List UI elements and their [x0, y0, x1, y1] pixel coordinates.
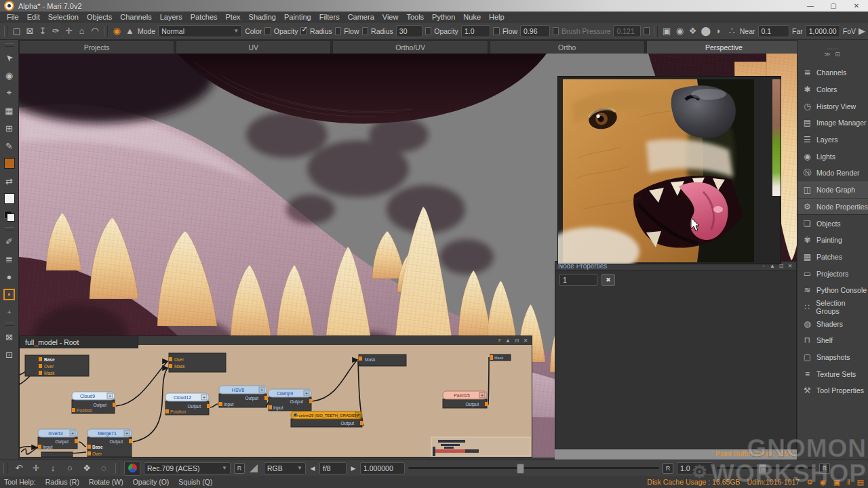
- menu-layers[interactable]: Layers: [156, 12, 186, 22]
- paint-region-tool[interactable]: [2, 285, 17, 303]
- menu-objects[interactable]: Objects: [83, 12, 116, 22]
- menu-painting[interactable]: Painting: [280, 12, 315, 22]
- close-icon[interactable]: ✕: [787, 263, 793, 269]
- exposure-field[interactable]: f/8: [319, 462, 347, 474]
- reset-gamma-button[interactable]: R: [819, 463, 830, 474]
- reference-image-dog[interactable]: [558, 77, 781, 264]
- add-tool[interactable]: ＋: [2, 303, 17, 321]
- menu-patches[interactable]: Patches: [186, 12, 222, 22]
- menu-tools[interactable]: Tools: [402, 12, 428, 22]
- palette-snapshots[interactable]: ▢Snapshots: [797, 349, 868, 366]
- node-cloud9[interactable]: + Cloud9 Output Position: [72, 392, 116, 413]
- new-project-icon[interactable]: ▢: [12, 26, 22, 36]
- near-field[interactable]: 0.1: [758, 25, 789, 37]
- node-index-field[interactable]: 1: [559, 274, 597, 286]
- menu-help[interactable]: Help: [485, 12, 509, 22]
- palette-history-view[interactable]: ◷History View: [797, 98, 868, 115]
- node-merge71[interactable]: + Merge71 Output Base Over: [87, 429, 132, 457]
- menu-file[interactable]: File: [3, 12, 23, 22]
- extra-checkbox[interactable]: [644, 27, 650, 35]
- channel-dropdown[interactable]: RGB ▼: [264, 462, 306, 474]
- maximize-button[interactable]: ▢: [822, 0, 845, 12]
- menu-nuke[interactable]: Nuke: [459, 12, 485, 22]
- menu-filters[interactable]: Filters: [315, 12, 344, 22]
- import-icon[interactable]: ↧: [37, 26, 47, 36]
- warp-tool[interactable]: ▦: [2, 102, 17, 119]
- focus-circle-icon[interactable]: ◌: [97, 463, 111, 473]
- palette-objects[interactable]: ❏Objects: [797, 215, 868, 232]
- menu-view[interactable]: View: [378, 12, 403, 22]
- palette-projectors[interactable]: ▭Projectors: [797, 265, 868, 282]
- menu-ptex[interactable]: Ptex: [222, 12, 245, 22]
- background-color-swatch[interactable]: [2, 190, 17, 207]
- node-cut-bottom[interactable]: [41, 452, 73, 457]
- tools-grip[interactable]: [5, 43, 14, 47]
- jitter-opacity-checkbox[interactable]: [300, 27, 307, 35]
- opacity-enable-checkbox[interactable]: [425, 27, 432, 35]
- palette-lights[interactable]: ◉Lights: [797, 148, 868, 165]
- node-graph-canvas[interactable]: Base Over Mask Over Mask Mask Mask + Clo…: [20, 345, 532, 457]
- slice-tool[interactable]: ✎: [2, 137, 17, 155]
- node-paint15[interactable]: + Paint15 Output: [443, 391, 488, 408]
- environment-icon[interactable]: ▲: [125, 26, 135, 36]
- mask-full-icon[interactable]: ⬤: [701, 26, 711, 36]
- color-management-button[interactable]: [124, 461, 140, 476]
- reset-colorspace-button[interactable]: R: [234, 463, 245, 474]
- gain-slider-handle[interactable]: [517, 464, 524, 474]
- symmetry-icon[interactable]: ❖: [688, 26, 698, 36]
- flow-field[interactable]: 0.96: [520, 25, 549, 37]
- node-mask[interactable]: Mask: [359, 354, 406, 366]
- wireframe-cube-icon[interactable]: ▣: [662, 26, 672, 36]
- cache-gear-icon[interactable]: ⚙: [806, 478, 813, 487]
- gain-field[interactable]: 1.000000: [360, 462, 405, 474]
- node-receiver29[interactable]: + Receiver29 (ISO_TEETH_GRADIENT) Output: [291, 411, 363, 427]
- shade-icon[interactable]: ▲: [505, 338, 511, 344]
- layers-visibility-tool[interactable]: ≣: [2, 250, 17, 268]
- toolbar-grip[interactable]: [104, 26, 107, 37]
- flow-enable-checkbox[interactable]: [493, 27, 500, 35]
- node-hsv8[interactable]: + HSV8 Output Input: [219, 386, 268, 407]
- fov-expand-icon[interactable]: ▶: [859, 26, 865, 36]
- palette-python-console[interactable]: ≋Python Console: [797, 282, 868, 299]
- eye-icon[interactable]: ◉: [675, 26, 685, 36]
- palette-layers[interactable]: ☰Layers: [797, 131, 868, 148]
- spray-icon[interactable]: ∴: [727, 26, 737, 36]
- transform-icon[interactable]: ✛: [64, 26, 74, 36]
- ramp-icon[interactable]: [248, 463, 260, 474]
- clear-node-button[interactable]: ✖: [601, 274, 615, 286]
- menu-camera[interactable]: Camera: [344, 12, 378, 22]
- jitter-radius-checkbox[interactable]: [335, 27, 342, 35]
- paint-tool[interactable]: ◉: [2, 66, 17, 84]
- palette-modo-render[interactable]: ⓃModo Render: [797, 165, 868, 182]
- palette-patches[interactable]: ▦Patches: [797, 249, 868, 266]
- blend-mode-dropdown[interactable]: Normal ▼: [158, 25, 242, 37]
- menu-python[interactable]: Python: [428, 12, 459, 22]
- mask-half-icon[interactable]: ◗: [713, 26, 724, 36]
- pressure-enable-checkbox[interactable]: [553, 27, 559, 35]
- toolbar-grip[interactable]: [654, 26, 657, 37]
- jitter-color-checkbox[interactable]: [264, 27, 271, 35]
- node-cut-top-right[interactable]: Mask: [490, 354, 511, 361]
- palette-tool-properties[interactable]: ⚒Tool Properties: [797, 382, 868, 399]
- toolbar-grip[interactable]: [4, 26, 7, 37]
- buffer-icon[interactable]: ▣: [833, 478, 840, 487]
- orbit-icon[interactable]: ❖: [80, 463, 94, 473]
- tab-uv[interactable]: UV: [176, 40, 331, 54]
- menu-edit[interactable]: Edit: [23, 12, 44, 22]
- opacity-field[interactable]: 1.0: [461, 25, 490, 37]
- palette-node-graph[interactable]: ◫Node Graph: [797, 182, 868, 199]
- brush-pressure-field[interactable]: 0.121: [613, 25, 640, 37]
- next-image-sliver[interactable]: [772, 79, 781, 196]
- swap-colors-button[interactable]: ⇄: [2, 172, 17, 190]
- palette-selection-groups[interactable]: ∷Selection Groups: [797, 299, 868, 316]
- dock-icon[interactable]: ⊡: [835, 51, 842, 58]
- node-invert3[interactable]: + Invert3 Output Input: [38, 429, 78, 450]
- tab-ortho-uv[interactable]: Ortho/UV: [332, 40, 488, 54]
- rotate-icon[interactable]: ○: [63, 463, 77, 473]
- mirror-tool[interactable]: ⊠: [2, 328, 17, 346]
- menu-shading[interactable]: Shading: [245, 12, 280, 22]
- log-page-icon[interactable]: ▤: [857, 478, 864, 487]
- palette-shaders[interactable]: ◍Shaders: [797, 315, 868, 332]
- close-button[interactable]: ✕: [845, 0, 868, 12]
- menu-selection[interactable]: Selection: [44, 12, 83, 22]
